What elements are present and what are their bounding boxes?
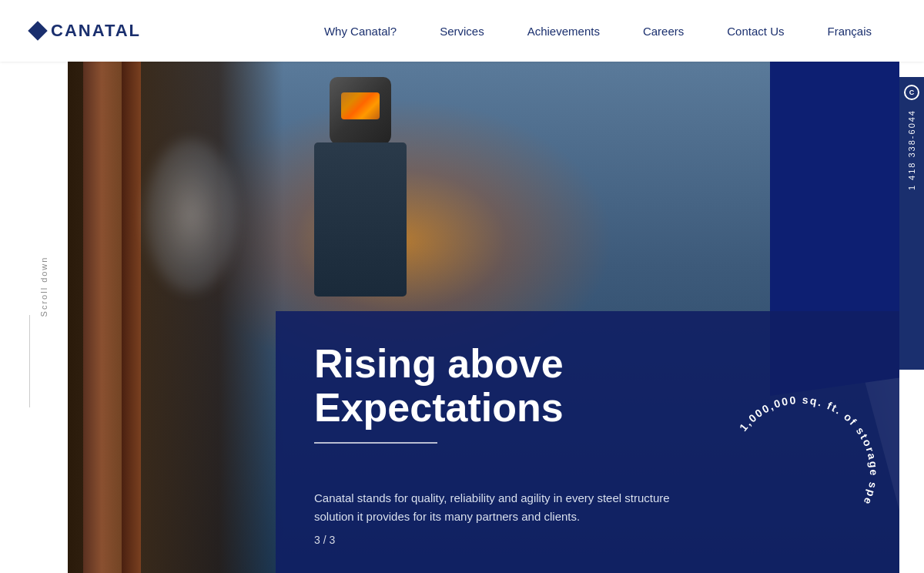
phone-number: 1 418 338-6044 [907, 109, 916, 190]
circular-text-container: 1,000,000 sq. ft. of storage spe [716, 388, 886, 558]
scroll-down-label: Scroll down [39, 256, 49, 317]
welder-body [314, 142, 407, 297]
nav-item-achievements[interactable]: Achievements [506, 25, 621, 38]
slide-counter: 3 / 3 [314, 534, 335, 546]
blue-content-panel: Rising above Expectations Canatal stands… [276, 311, 899, 573]
hero-title-line2: Expectations [314, 385, 564, 430]
nav-item-services[interactable]: Services [418, 25, 506, 38]
nav-item-contact-us[interactable]: Contact Us [705, 25, 805, 38]
svg-text:1,000,000 sq. ft. of storage s: 1,000,000 sq. ft. of storage spe [737, 394, 880, 508]
hero-title-line1: Rising above [314, 341, 564, 386]
nav-item-careers[interactable]: Careers [621, 25, 705, 38]
beam-left [83, 62, 129, 573]
logo[interactable]: CANATAL [31, 21, 141, 41]
welder-helmet [330, 77, 391, 146]
header: CANATAL Why Canatal? Services Achievemen… [0, 0, 924, 62]
circular-text-svg: 1,000,000 sq. ft. of storage spe [716, 388, 886, 558]
side-phone-bar[interactable]: C 1 418 338-6044 [899, 77, 924, 370]
main-nav: Why Canatal? Services Achievements Caree… [303, 25, 893, 38]
steam-effect [145, 139, 237, 293]
logo-text: CANATAL [51, 21, 141, 41]
phone-icon: C [904, 85, 919, 100]
logo-diamond [28, 21, 47, 40]
nav-item-francais[interactable]: Français [805, 25, 893, 38]
scroll-down-line [29, 315, 30, 407]
nav-item-why-canatal[interactable]: Why Canatal? [303, 25, 418, 38]
welder-figure [283, 77, 437, 323]
hero-divider [314, 442, 437, 444]
hero-section: Rising above Expectations Canatal stands… [68, 62, 899, 573]
hero-description: Canatal stands for quality, reliability … [314, 489, 708, 528]
phone-icon-label: C [909, 89, 915, 96]
